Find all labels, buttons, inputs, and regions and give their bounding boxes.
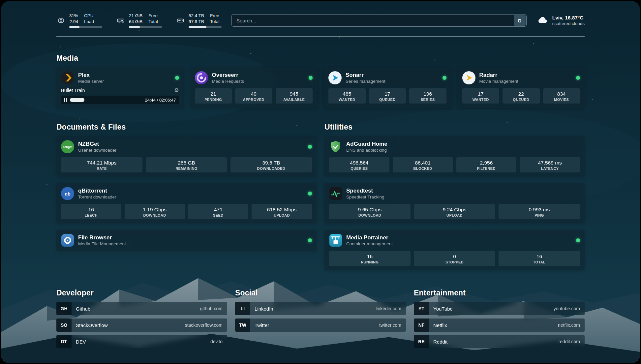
gear-icon[interactable]: ⚙: [174, 88, 179, 93]
bookmark-name: LinkedIn: [250, 306, 273, 312]
service-card-radarr[interactable]: Radarr Movie management 17 WANTED 22 QUE…: [458, 67, 585, 108]
stats-row: 21 PENDING 40 APPROVED 945 AVAILABLE: [195, 88, 313, 104]
card-header: Plex Media server: [61, 71, 179, 84]
stat-value: 945: [277, 91, 312, 97]
portainer-icon: [329, 234, 342, 247]
bookmark-github[interactable]: GH Github github.com: [56, 302, 227, 315]
stat-label: WANTED: [464, 98, 498, 102]
bookmark-youtube[interactable]: YT YouTube youtube.com: [414, 302, 585, 315]
service-meta: Plex Media server: [78, 72, 104, 84]
service-description: Movie management: [479, 78, 519, 84]
service-meta: Sonarr Series management: [346, 72, 385, 84]
stat-seed: 471 SEED: [188, 204, 249, 219]
memory-label-top: Free: [148, 13, 158, 18]
stat-upload: 9.24 Gbps UPLOAD: [414, 204, 495, 219]
stat-label: UPLOAD: [415, 213, 494, 217]
bookmark-dev[interactable]: DT DEV dev.to: [56, 335, 227, 348]
service-card-plex[interactable]: Plex Media server Bullet Train ⚙ 24:44 /…: [56, 67, 184, 108]
card-header: Overseerr Media Requests: [195, 71, 313, 84]
weather-condition: scattered clouds: [552, 21, 585, 26]
stat-label: WANTED: [330, 98, 364, 102]
cloud-icon: [536, 14, 548, 27]
service-name: NZBGet: [78, 140, 116, 147]
bookmark-abbr: YT: [414, 302, 429, 315]
stat-value: 834: [544, 91, 579, 97]
service-card-overseerr[interactable]: Overseerr Media Requests 21 PENDING 40 A…: [190, 67, 318, 108]
stat-label: QUEUED: [504, 98, 538, 102]
playback-time: 24:44 / 02:06:47: [145, 98, 176, 103]
status-online-dot: [443, 76, 446, 80]
card-header: Sonarr Series management: [328, 71, 446, 84]
status-online-dot: [308, 238, 312, 242]
service-name: Overseerr: [212, 72, 244, 78]
stat-stopped: 0 STOPPED: [414, 251, 495, 266]
stat-label: DOWNLOAD: [126, 213, 184, 217]
stat-label: SERIES: [411, 98, 445, 102]
section-title-utilities: Utilities: [324, 123, 585, 132]
stat-value: 485: [330, 91, 364, 97]
nzbget-icon: nzbget: [61, 140, 74, 153]
weather-widget[interactable]: Lviv, 16.87°C scattered clouds: [536, 14, 585, 27]
bookmark-netflix[interactable]: NF Netflix netflix.com: [414, 318, 585, 332]
stats-row: 16 RUNNING 0 STOPPED 16 TOTAL: [329, 251, 580, 266]
stat-value: 86,401: [394, 160, 452, 166]
service-meta: NZBGet Usenet downloader: [78, 140, 116, 153]
pause-icon[interactable]: [64, 98, 67, 102]
bookmark-twitter[interactable]: TW Twitter twitter.com: [235, 318, 406, 332]
service-card-filebrowser[interactable]: File Browser Media File Management: [56, 230, 317, 251]
stat-label: UPLOAD: [253, 213, 311, 217]
service-description: Speedtest Tracking: [346, 194, 384, 200]
stat-value: 47.569 ms: [521, 160, 579, 166]
service-card-speedtest[interactable]: Speedtest Speedtest Tracking 9.65 Gbps D…: [324, 183, 585, 223]
disk-progress-bar: [189, 26, 222, 28]
weather-text: Lviv, 16.87°C scattered clouds: [552, 15, 585, 26]
weather-location: Lviv, 16.87°C: [552, 15, 585, 21]
sonarr-icon: [328, 71, 342, 84]
service-card-adguard[interactable]: AdGuard Home DNS and adblocking 498,564 …: [324, 136, 585, 176]
bookmark-url: netflix.com: [558, 322, 585, 328]
card-header: Radarr Movie management: [462, 71, 580, 84]
playback-bar[interactable]: 24:44 / 02:06:47: [61, 96, 179, 104]
stat-value: 266 GB: [147, 160, 226, 166]
stat-ping: 0.993 ms PING: [499, 204, 580, 219]
stat-label: TOTAL: [500, 260, 579, 264]
stat-value: 471: [190, 206, 247, 213]
cpu-label-bottom: Load: [84, 19, 94, 24]
search-input[interactable]: [231, 14, 527, 27]
service-name: File Browser: [78, 234, 126, 241]
cpu-usage-value: 31%: [69, 13, 78, 18]
service-card-sonarr[interactable]: Sonarr Series management 485 WANTED 17 Q…: [324, 67, 451, 108]
bookmark-name: Twitter: [250, 322, 269, 328]
service-card-portainer[interactable]: Media Portainer Container management 16 …: [324, 230, 585, 270]
stat-value: 618.52 Mbps: [253, 206, 311, 213]
bookmark-url: stackoverflow.com: [185, 322, 227, 328]
stat-leech: 16 LEECH: [61, 204, 121, 219]
stat-label: PENDING: [196, 98, 231, 102]
bookmark-abbr: SO: [56, 318, 72, 332]
disk-widget: 52.4 TB Free 97.9 TB Total: [176, 13, 222, 28]
section-title-documents: Documents & Files: [56, 123, 317, 132]
playback-progress-fill: [70, 98, 84, 102]
memory-free-value: 21 GiB: [129, 13, 142, 18]
search-provider-button[interactable]: G: [514, 15, 526, 26]
status-online-dot: [576, 238, 580, 242]
stat-wanted: 485 WANTED: [328, 88, 366, 104]
stat-approved: 40 APPROVED: [235, 88, 272, 104]
bookmark-reddit[interactable]: RE Reddit reddit.com: [414, 335, 585, 348]
stats-row: 485 WANTED 17 QUEUED 196 SERIES: [328, 88, 446, 104]
service-card-qbittorrent[interactable]: qb qBittorrent Torrent downloader: [56, 183, 317, 223]
service-name: Radarr: [479, 72, 519, 78]
bookmark-abbr: DT: [56, 335, 72, 348]
service-meta: Media Portainer Container management: [346, 234, 393, 247]
cpu-widget: 31% CPU 2.94 Load: [56, 13, 102, 28]
stat-label: REMAINING: [147, 167, 226, 170]
bookmark-stackoverflow[interactable]: SO StackOverflow stackoverflow.com: [56, 318, 227, 332]
bookmark-name: Reddit: [429, 339, 447, 345]
section-utilities: Utilities: [324, 123, 585, 270]
bookmark-linkedin[interactable]: LI LinkedIn linkedin.com: [235, 302, 406, 315]
service-card-nzbget[interactable]: nzbget NZBGet Usenet downloader 74: [56, 136, 317, 176]
status-online-dot: [308, 192, 312, 196]
filebrowser-icon: [61, 234, 74, 247]
stat-label: MOVIES: [544, 98, 579, 102]
service-description: Media server: [78, 78, 104, 84]
